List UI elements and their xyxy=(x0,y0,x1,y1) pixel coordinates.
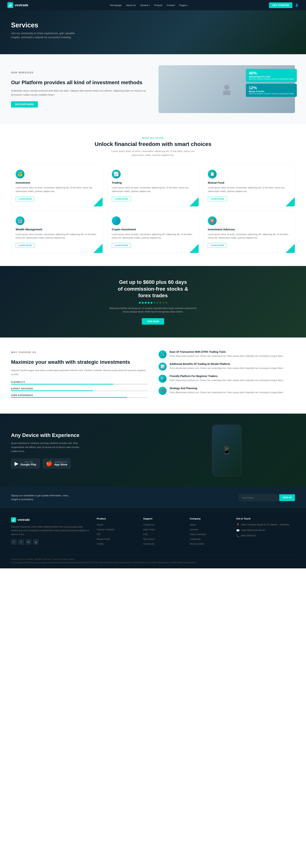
contact-icon-0: 📍 xyxy=(236,523,239,526)
svg-rect-5 xyxy=(223,91,231,95)
phone-mockup: 📱 xyxy=(212,425,241,476)
card-cta-4[interactable]: LEARN MORE xyxy=(112,243,131,248)
footer-link-2-4: News & Article xyxy=(190,542,229,546)
cards-grid: 💰 Investment Lorem ipsum dolor sit amet,… xyxy=(11,164,295,253)
footer: vestrade Dictumst maecenas curse nullam … xyxy=(0,508,306,568)
footer-company-col: CompanyAboutServicesVision & MissionLead… xyxy=(190,517,229,547)
nav-contact[interactable]: Contact xyxy=(166,4,175,7)
progress-bar-2 xyxy=(11,397,148,398)
facebook-icon[interactable]: f xyxy=(11,539,17,545)
nav-product[interactable]: Product xyxy=(154,4,162,7)
what-we-offer-section: WHAT WE OFFER Unlock financial freedom w… xyxy=(0,124,306,266)
google-play-button[interactable]: ▶ GET IT ON Google Play xyxy=(11,459,40,469)
apple-label: Download on the xyxy=(54,461,67,463)
svg-rect-8 xyxy=(14,519,14,521)
progress-item-0: FLEXIBILITY xyxy=(11,381,148,384)
why-feature-0: 🔧 Ease Of Transaction With DTRX Trading … xyxy=(158,350,295,359)
why-heading: Maximize your wealth with strategic inve… xyxy=(11,359,148,366)
card-cta-5[interactable]: LEARN MORE xyxy=(208,243,227,248)
footer-support-col: SupportContact UsHelp CentreFAQMy Accoun… xyxy=(143,517,182,547)
card-body-5: Lorem ipsum dolor sit amet, consectetur … xyxy=(208,233,290,240)
card-icon-1: 📈 xyxy=(112,170,121,179)
logo-icon xyxy=(7,2,13,8)
why-left: WHY CHOOSE US Maximize your wealth with … xyxy=(11,350,148,401)
svg-rect-3 xyxy=(11,5,12,7)
hero-section: Services Join our community to share exp… xyxy=(0,10,306,54)
social-icons: f t in ig xyxy=(11,539,89,545)
hero-bg-decoration xyxy=(138,10,306,54)
contact-icon-2: 📞 xyxy=(236,534,239,537)
footer-link-2-2: Vision & Mission xyxy=(190,532,229,536)
newsletter-email-input[interactable] xyxy=(239,494,279,501)
footer-link-0-1: Futures & Options xyxy=(97,528,136,531)
footer-brand-name: vestrade xyxy=(18,518,30,522)
card-icon-0: 💰 xyxy=(16,170,25,179)
app-heading: Any Device with Experience xyxy=(11,432,148,438)
footer-brand: vestrade Dictumst maecenas curse nullam … xyxy=(11,517,89,547)
nav-pages[interactable]: Pages xyxy=(179,4,188,7)
service-card-5: 🎯 Investment Advisory Lorem ipsum dolor … xyxy=(203,211,295,253)
progress-label-1: EXPERT ADVISORS xyxy=(11,388,148,390)
why-feature-2: 🔍 Friendly Platform For Beginner Traders… xyxy=(158,375,295,383)
stat-badge-2: 12% Margin & Profits Odio nisl id fames … xyxy=(246,84,297,97)
cta-heading: Get up to $600 plus 60 days of commissio… xyxy=(116,279,190,299)
logo-text: vestrade xyxy=(15,3,28,7)
card-body-0: Lorem ipsum dolor sit amet, consectetur … xyxy=(16,186,98,193)
app-store-button[interactable]: 🍎 Download on the App Store xyxy=(42,459,71,469)
card-cta-0[interactable]: LEARN MORE xyxy=(16,196,35,201)
svg-rect-2 xyxy=(11,4,11,7)
stat1-num: 40% xyxy=(249,71,294,75)
card-title-4: Crypto Investment xyxy=(112,228,194,231)
linkedin-icon[interactable]: in xyxy=(26,539,31,545)
progress-bar-1 xyxy=(11,391,148,391)
user-icon[interactable]: 👤 xyxy=(295,3,299,7)
service-card-3: 🏦 Wealth Management Lorem ipsum dolor si… xyxy=(11,211,103,253)
footer-col-title-0: Product xyxy=(97,517,136,520)
twitter-icon[interactable]: t xyxy=(19,539,24,545)
footer-brand-desc: Dictumst maecenas curse nullam aliique p… xyxy=(11,525,89,536)
stat2-num: 12% xyxy=(249,86,294,90)
nav-service[interactable]: Service xyxy=(140,4,150,7)
disclaimer-text: *Cursus ligula luctus lobortis consectet… xyxy=(11,561,295,564)
services-section-label: OUR SERVICES xyxy=(11,70,148,74)
contact-text-2: (888) 4000 813 xyxy=(241,534,256,537)
card-body-4: Lorem ipsum dolor sit amet, consectetur … xyxy=(112,233,194,240)
google-play-label: GET IT ON xyxy=(21,461,36,463)
instagram-icon[interactable]: ig xyxy=(33,539,39,545)
why-feature-text-0: Ease Of Transaction With DTRX Trading To… xyxy=(170,350,284,358)
app-section: Any Device with Experience Quam faucibus… xyxy=(0,413,306,487)
footer-logo-icon xyxy=(11,517,16,522)
progress-item-1: EXPERT ADVISORS xyxy=(11,388,148,391)
card-cta-1[interactable]: LEARN MORE xyxy=(112,196,131,201)
card-body-2: Lorem ipsum dolor sit amet, consectetur … xyxy=(208,186,290,193)
stat-badge-1: 40% Interest Rate For Loan Odio nisl id … xyxy=(246,69,297,82)
card-cta-2[interactable]: LEARN MORE xyxy=(208,196,227,201)
footer-link-2-1: Services xyxy=(190,528,229,531)
footer-link-1-1: Help Centre xyxy=(143,528,182,531)
svg-point-4 xyxy=(224,85,229,90)
join-now-button[interactable]: JOIN NOW xyxy=(142,318,164,324)
card-title-0: Investment xyxy=(16,181,98,184)
newsletter-signup-button[interactable]: SIGN UP xyxy=(279,494,295,501)
get-started-button[interactable]: GET STARTED xyxy=(269,2,293,8)
google-play-text: GET IT ON Google Play xyxy=(21,461,36,466)
why-feature-1: 📊 Additional Benefits Of Trading At Dtra… xyxy=(158,363,295,371)
why-feature-body-1: Proin ullamcorper pretium orci. Donec ne… xyxy=(170,367,284,370)
cta-banner-section: Get up to $600 plus 60 days of commissio… xyxy=(0,266,306,338)
footer-link-0-3: Mutual Funds xyxy=(97,537,136,540)
card-cta-3[interactable]: LEARN MORE xyxy=(16,243,35,248)
service-card-4: 🔷 Crypto Investment Lorem ipsum dolor si… xyxy=(107,211,199,253)
offer-subtitle: Lorem ipsum dolor sit amet, consectetur … xyxy=(107,150,199,157)
contact-text-1: support@yourdomain.tld xyxy=(241,528,265,532)
why-section-label: WHY CHOOSE US xyxy=(11,350,148,354)
newsletter-text: Signup our newsletter to get update info… xyxy=(11,494,73,501)
nav-about[interactable]: About Us xyxy=(126,4,136,7)
discover-more-button[interactable]: DISCOVER MORE xyxy=(11,101,38,107)
svg-rect-1 xyxy=(10,4,10,7)
footer-product-col: ProductStocksFutures & OptionsIPOMutual … xyxy=(97,517,136,547)
nav-homepage[interactable]: Homepage xyxy=(110,4,122,7)
logo[interactable]: vestrade xyxy=(7,2,28,8)
nav-links: Homepage About Us Service Product Contac… xyxy=(110,4,188,7)
why-feature-body-3: Proin ullamcorper pretium orci. Donec ne… xyxy=(170,391,284,394)
progress-fill-1 xyxy=(11,391,93,391)
